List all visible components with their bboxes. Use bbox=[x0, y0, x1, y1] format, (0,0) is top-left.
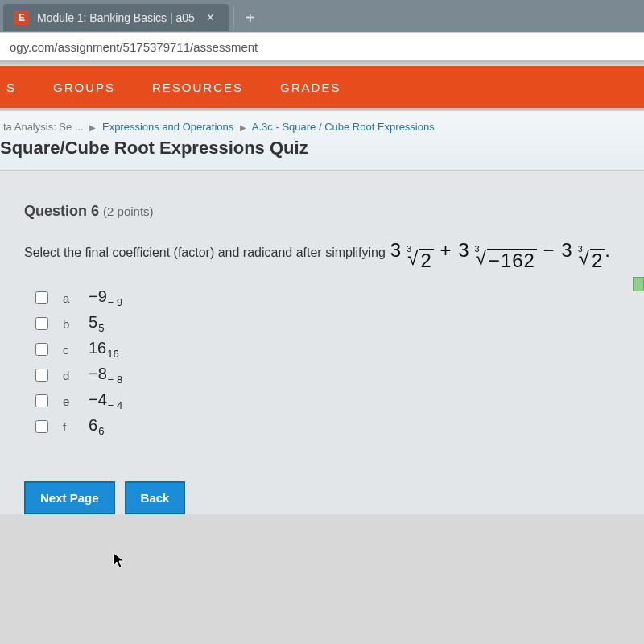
question-label: Question 6 bbox=[24, 203, 99, 219]
tab-favicon: E bbox=[14, 10, 29, 25]
question-points: (2 points) bbox=[103, 204, 154, 218]
term3-index: 3 bbox=[578, 244, 584, 254]
option-checkbox-d[interactable] bbox=[35, 369, 48, 382]
option-checkbox-e[interactable] bbox=[35, 394, 48, 407]
option-row-c[interactable]: c 1616 bbox=[35, 336, 644, 362]
option-checkbox-b[interactable] bbox=[35, 317, 48, 330]
minus-sign: − bbox=[537, 239, 561, 261]
new-tab-button[interactable]: + bbox=[233, 6, 266, 29]
next-page-button[interactable]: Next Page bbox=[24, 481, 115, 514]
page-subheader: ta Analysis: Se ... ▶ Expressions and Op… bbox=[0, 111, 644, 171]
option-value: −4− 4 bbox=[89, 390, 122, 411]
prompt-text: Select the final coefficient (factor) an… bbox=[24, 246, 386, 260]
breadcrumb-arrow-icon: ▶ bbox=[86, 123, 99, 132]
option-letter: c bbox=[63, 343, 74, 357]
term3-coef: 3 bbox=[561, 239, 572, 261]
question-prompt: Select the final coefficient (factor) an… bbox=[24, 239, 644, 272]
term1-index: 3 bbox=[407, 244, 412, 254]
url-text: ogy.com/assignment/5175379711/assessment bbox=[10, 40, 258, 54]
question-heading: Question 6 (2 points) bbox=[24, 203, 644, 220]
browser-tab[interactable]: E Module 1: Banking Basics | a05 × bbox=[3, 4, 229, 31]
option-letter: a bbox=[63, 291, 74, 305]
back-button[interactable]: Back bbox=[125, 481, 186, 514]
breadcrumb-seg-1[interactable]: Expressions and Operations bbox=[102, 121, 233, 133]
breadcrumb: ta Analysis: Se ... ▶ Expressions and Op… bbox=[0, 121, 644, 133]
nav-buttons: Next Page Back bbox=[24, 481, 644, 514]
option-row-d[interactable]: d −8− 8 bbox=[35, 362, 644, 388]
option-row-f[interactable]: f 66 bbox=[35, 414, 644, 440]
option-checkbox-a[interactable] bbox=[35, 291, 48, 304]
option-value: 55 bbox=[89, 313, 104, 334]
address-bar[interactable]: ogy.com/assignment/5175379711/assessment bbox=[0, 32, 644, 61]
correct-indicator bbox=[633, 277, 644, 291]
question-area: Question 6 (2 points) Select the final c… bbox=[0, 171, 644, 514]
term2-index: 3 bbox=[475, 244, 481, 254]
breadcrumb-seg-0[interactable]: ta Analysis: Se ... bbox=[3, 121, 84, 133]
option-letter: f bbox=[63, 420, 74, 434]
option-row-b[interactable]: b 55 bbox=[35, 311, 644, 336]
option-letter: d bbox=[63, 369, 74, 382]
mouse-cursor-icon bbox=[113, 552, 126, 570]
nav-item-resources[interactable]: RESOURCES bbox=[152, 80, 243, 94]
math-trailing: . bbox=[605, 239, 611, 261]
math-expression: 33√2 + 33√−162 − 33√2. bbox=[390, 239, 611, 272]
nav-item-cut[interactable]: S bbox=[6, 80, 16, 94]
option-value: 66 bbox=[89, 416, 104, 437]
top-nav-bar: S GROUPS RESOURCES GRADES bbox=[0, 66, 644, 111]
breadcrumb-seg-2[interactable]: A.3c - Square / Cube Root Expressions bbox=[252, 121, 435, 133]
option-row-e[interactable]: e −4− 4 bbox=[35, 388, 644, 414]
term1-radicand: 2 bbox=[419, 249, 433, 272]
term1-coef: 3 bbox=[390, 239, 402, 261]
answer-options: a −9− 9 b 55 c 1616 d −8− 8 e −4− 4 f 66 bbox=[35, 285, 644, 440]
option-value: −8− 8 bbox=[89, 365, 122, 386]
option-checkbox-c[interactable] bbox=[35, 343, 48, 356]
option-value: −9− 9 bbox=[89, 287, 122, 308]
option-value: 1616 bbox=[89, 339, 119, 360]
nav-item-grades[interactable]: GRADES bbox=[280, 80, 341, 94]
page-title: Square/Cube Root Expressions Quiz bbox=[0, 133, 644, 159]
option-checkbox-f[interactable] bbox=[35, 420, 48, 433]
tab-close-icon[interactable]: × bbox=[204, 10, 217, 25]
term3-radicand: 2 bbox=[590, 249, 605, 272]
term2-coef: 3 bbox=[458, 239, 469, 261]
browser-chrome: E Module 1: Banking Basics | a05 × + ogy… bbox=[0, 0, 644, 61]
nav-item-groups[interactable]: GROUPS bbox=[53, 80, 115, 94]
option-letter: b bbox=[63, 317, 74, 331]
option-letter: e bbox=[63, 394, 74, 408]
plus-sign: + bbox=[434, 239, 458, 261]
breadcrumb-arrow-icon: ▶ bbox=[237, 123, 250, 132]
option-row-a[interactable]: a −9− 9 bbox=[35, 285, 644, 311]
term2-radicand: −162 bbox=[487, 249, 537, 272]
tab-title: Module 1: Banking Basics | a05 bbox=[37, 11, 195, 24]
tab-bar: E Module 1: Banking Basics | a05 × + bbox=[0, 0, 644, 32]
